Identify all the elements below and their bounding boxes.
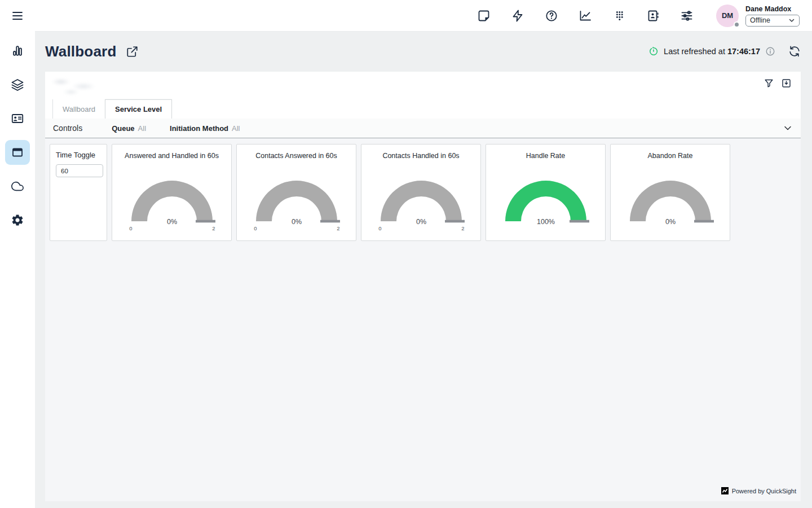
- time-toggle-card: Time Toggle: [50, 144, 107, 241]
- gauge-card: Contacts Answered in 60s 0% 0 2: [236, 144, 356, 241]
- dashboard-panel: Wallboard Service Level Controls Queue A…: [45, 72, 801, 501]
- bar-chart-icon[interactable]: [11, 44, 24, 58]
- status-dropdown-value: Offline: [750, 16, 770, 24]
- sidebar: [0, 0, 35, 508]
- page-title: Wallboard: [45, 43, 117, 60]
- chevron-down-icon[interactable]: [783, 123, 793, 133]
- topbar-icons: [477, 9, 694, 23]
- timer-icon: [648, 46, 659, 56]
- tab-wallboard[interactable]: Wallboard: [52, 99, 105, 119]
- gauge-title: Abandon Rate: [648, 152, 693, 160]
- cards-row: Time Toggle Answered and Handled in 60s …: [50, 144, 730, 241]
- info-icon[interactable]: [765, 46, 775, 56]
- blurred-watermark: [48, 75, 122, 97]
- dialpad-icon[interactable]: [612, 9, 626, 23]
- refresh-group: Last refreshed at 17:46:17: [648, 45, 801, 58]
- gauge-chart: 100%: [492, 167, 599, 233]
- help-icon[interactable]: [545, 9, 558, 23]
- svg-text:2: 2: [337, 225, 339, 231]
- tab-service-level[interactable]: Service Level: [105, 99, 172, 119]
- gauge-card: Handle Rate 100%: [486, 144, 606, 241]
- svg-text:0%: 0%: [166, 218, 176, 226]
- gauge-chart: 0% 0 2: [368, 167, 475, 233]
- user-block: Dane Maddox Offline: [745, 5, 800, 27]
- contact-card-icon[interactable]: [646, 9, 660, 23]
- user-name: Dane Maddox: [745, 5, 800, 13]
- quicksight-footer: Powered by QuickSight: [721, 487, 796, 494]
- page-header: Wallboard Last refreshed at 17:46:17: [35, 32, 812, 71]
- topbar: DM Dane Maddox Offline: [35, 0, 812, 32]
- filter-icon[interactable]: [764, 78, 774, 89]
- quicksight-logo-icon: [721, 487, 729, 494]
- svg-text:0: 0: [129, 225, 132, 231]
- time-toggle-title: Time Toggle: [56, 151, 101, 159]
- gauge-chart: 0% 0 2: [118, 167, 226, 233]
- svg-text:100%: 100%: [537, 218, 555, 226]
- svg-text:2: 2: [461, 225, 464, 231]
- svg-text:2: 2: [212, 225, 215, 231]
- layers-icon[interactable]: [11, 78, 24, 91]
- gauge-card: Abandon Rate 0%: [610, 144, 730, 241]
- menu-icon[interactable]: [11, 9, 24, 23]
- sliders-icon[interactable]: [680, 9, 694, 23]
- gauge-title: Handle Rate: [526, 152, 566, 160]
- status-dropdown[interactable]: Offline: [745, 15, 800, 27]
- gauge-title: Answered and Handled in 60s: [125, 152, 219, 160]
- powered-by-label: Powered by QuickSight: [732, 488, 796, 494]
- svg-text:0: 0: [378, 225, 381, 231]
- svg-text:0%: 0%: [665, 218, 675, 226]
- line-chart-icon[interactable]: [579, 9, 592, 23]
- svg-text:0%: 0%: [416, 218, 426, 226]
- gauge-chart: 0%: [617, 167, 724, 233]
- controls-label: Controls: [53, 124, 82, 133]
- gear-icon[interactable]: [11, 213, 24, 227]
- refresh-icon[interactable]: [788, 45, 801, 58]
- time-toggle-input[interactable]: [56, 164, 103, 177]
- gauge-card: Answered and Handled in 60s 0% 0 2: [112, 144, 232, 241]
- gauge-chart: 0% 0 2: [243, 167, 350, 233]
- filter-initiation-method[interactable]: Initiation Method All: [170, 124, 240, 133]
- svg-text:0%: 0%: [291, 218, 301, 226]
- cloud-icon[interactable]: [11, 179, 24, 193]
- panel-toolbar: [45, 72, 801, 99]
- gauge-title: Contacts Handled in 60s: [382, 152, 459, 160]
- gauge-card: Contacts Handled in 60s 0% 0 2: [361, 144, 481, 241]
- external-link-icon[interactable]: [126, 45, 139, 58]
- download-icon[interactable]: [781, 78, 792, 89]
- last-refreshed-time: 17:46:17: [727, 47, 760, 56]
- status-dot: [734, 21, 740, 28]
- lightning-icon[interactable]: [511, 9, 524, 23]
- sheet-tabs: Wallboard Service Level: [45, 99, 801, 119]
- browser-window-icon[interactable]: [11, 146, 24, 159]
- note-icon[interactable]: [477, 9, 491, 23]
- svg-text:0: 0: [254, 225, 257, 231]
- gauge-title: Contacts Answered in 60s: [255, 152, 337, 160]
- last-refreshed-text: Last refreshed at 17:46:17: [664, 47, 760, 56]
- filter-queue[interactable]: Queue All: [112, 124, 146, 133]
- avatar[interactable]: DM: [716, 5, 739, 27]
- id-card-icon[interactable]: [11, 112, 24, 125]
- controls-row: Controls Queue All Initiation Method All: [45, 119, 801, 138]
- chevron-down-icon: [788, 17, 795, 24]
